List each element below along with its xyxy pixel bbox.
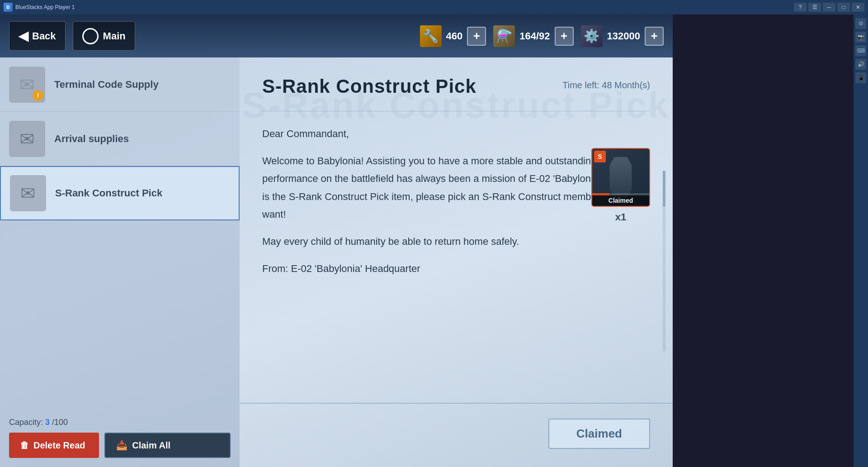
window-controls: ? ☰ ─ □ ✕ xyxy=(794,3,864,12)
back-label: Back xyxy=(32,30,56,42)
title-bar-text: BlueStacks App Player 1 xyxy=(15,4,794,10)
menu-btn[interactable]: ☰ xyxy=(808,3,821,12)
back-button[interactable]: ◀ Back xyxy=(9,21,66,51)
detail-title-group: S-Rank Construct Pick xyxy=(262,76,476,97)
detail-body: Dear Commandant, Welcome to Babylonia! A… xyxy=(262,125,633,449)
claimed-label: Claimed xyxy=(576,427,622,440)
capacity-text: Capacity: 3 /100 xyxy=(9,418,231,427)
detail-title: S-Rank Construct Pick xyxy=(262,76,476,97)
bs-sidebar-btn-2[interactable]: 📷 xyxy=(855,32,866,43)
item-claimed-overlay: Claimed xyxy=(592,195,649,206)
body-paragraph-1: Welcome to Babylonia! Assisting you to h… xyxy=(262,152,633,224)
mail-item-srank[interactable]: ✉ S-Rank Construct Pick xyxy=(0,166,240,220)
capacity-current: 3 xyxy=(45,418,50,427)
bs-sidebar-btn-5[interactable]: 📱 xyxy=(855,72,866,83)
action-btn-row: 🗑 Delete Read 📥 Claim All xyxy=(9,433,231,458)
item-card-image xyxy=(600,157,641,198)
main-content: ✉ ! Terminal Code Supply ✉ Arrival suppl… xyxy=(0,57,673,467)
mail-sidebar: ✉ ! Terminal Code Supply ✉ Arrival suppl… xyxy=(0,57,240,467)
resource-3-icon: ⚙️ xyxy=(581,25,603,47)
mail-badge-1: ! xyxy=(33,90,43,101)
resource-1-add[interactable]: + xyxy=(467,27,486,46)
minimize-btn[interactable]: ─ xyxy=(823,3,835,12)
bs-sidebar-btn-4[interactable]: 🔊 xyxy=(855,59,866,70)
resource-1-value: 460 xyxy=(446,30,463,42)
resource-1-icon: 🔧 xyxy=(420,25,442,47)
resource-2-icon: ⚗️ xyxy=(493,25,515,47)
envelope-icon-1: ✉ xyxy=(19,74,35,95)
maximize-btn[interactable]: □ xyxy=(837,3,850,12)
main-label: Main xyxy=(103,30,126,42)
app-icon: B xyxy=(4,3,13,12)
main-circle-icon xyxy=(82,28,99,44)
from-text: From: E-02 'Babylonia' Headquarter xyxy=(262,260,633,278)
mail-detail: S-Rank Construct Pick S-Rank Construct P… xyxy=(240,57,673,467)
mail-icon-srank: ✉ xyxy=(10,175,46,211)
mail-label-srank: S-Rank Construct Pick xyxy=(55,187,162,199)
main-button[interactable]: Main xyxy=(73,21,135,51)
envelope-icon-3: ✉ xyxy=(20,183,36,204)
mail-item-arrival[interactable]: ✉ Arrival supplies xyxy=(0,112,240,166)
mail-label-arrival: Arrival supplies xyxy=(54,133,129,145)
trash-icon: 🗑 xyxy=(20,440,29,451)
mail-label-terminal: Terminal Code Supply xyxy=(54,79,159,91)
resource-3-add[interactable]: + xyxy=(645,27,664,46)
delete-read-button[interactable]: 🗑 Delete Read xyxy=(9,433,99,458)
title-bar: B BlueStacks App Player 1 ? ☰ ─ □ ✕ xyxy=(0,0,868,14)
detail-header: S-Rank Construct Pick Time left: 48 Mont… xyxy=(262,76,650,97)
envelope-icon-2: ✉ xyxy=(19,129,35,149)
claim-all-label: Claim All xyxy=(132,440,170,451)
detail-divider-top xyxy=(262,111,650,111)
item-card[interactable]: S Claimed xyxy=(591,148,650,207)
resource-2-add[interactable]: + xyxy=(555,27,574,46)
bs-sidebar-btn-1[interactable]: ⚙ xyxy=(855,18,866,29)
mail-icon-arrival: ✉ xyxy=(9,121,45,157)
item-section: S Claimed x1 xyxy=(591,148,650,223)
help-btn[interactable]: ? xyxy=(794,3,807,12)
item-count: x1 xyxy=(615,211,626,223)
resource-1: 🔧 460 + xyxy=(420,25,486,47)
item-s-badge: S xyxy=(594,151,606,162)
claimed-button: Claimed xyxy=(548,419,650,449)
scroll-thumb xyxy=(663,171,665,207)
detail-divider-bottom xyxy=(240,403,673,404)
close-btn[interactable]: ✕ xyxy=(852,3,864,12)
bs-sidebar-btn-3[interactable]: ⌨ xyxy=(855,45,866,56)
game-area: ◀ Back Main 🔧 460 + ⚗️ 164/92 + ⚙️ xyxy=(0,14,673,467)
mail-bottom: Capacity: 3 /100 🗑 Delete Read 📥 Claim A… xyxy=(0,409,240,467)
item-silhouette xyxy=(605,157,637,198)
download-icon: 📥 xyxy=(116,440,127,451)
delete-read-label: Delete Read xyxy=(33,440,85,451)
body-paragraph-2: May every child of humanity be able to r… xyxy=(262,233,633,251)
greeting-text: Dear Commandant, xyxy=(262,125,633,143)
capacity-max: /100 xyxy=(52,418,68,427)
detail-time: Time left: 48 Month(s) xyxy=(562,80,650,91)
mail-icon-terminal: ✉ ! xyxy=(9,67,45,103)
back-arrow-icon: ◀ xyxy=(19,29,28,43)
resource-2: ⚗️ 164/92 + xyxy=(493,25,573,47)
resource-2-value: 164/92 xyxy=(519,30,550,42)
top-nav: ◀ Back Main 🔧 460 + ⚗️ 164/92 + ⚙️ xyxy=(0,14,673,57)
capacity-label: Capacity: xyxy=(9,418,43,427)
mail-item-terminal[interactable]: ✉ ! Terminal Code Supply xyxy=(0,57,240,112)
scroll-indicator xyxy=(663,171,665,352)
resource-3: ⚙️ 132000 + xyxy=(581,25,664,47)
bs-right-sidebar: ⚙ 📷 ⌨ 🔊 📱 xyxy=(854,14,868,467)
resource-3-value: 132000 xyxy=(607,30,640,42)
claim-all-button[interactable]: 📥 Claim All xyxy=(104,433,231,458)
